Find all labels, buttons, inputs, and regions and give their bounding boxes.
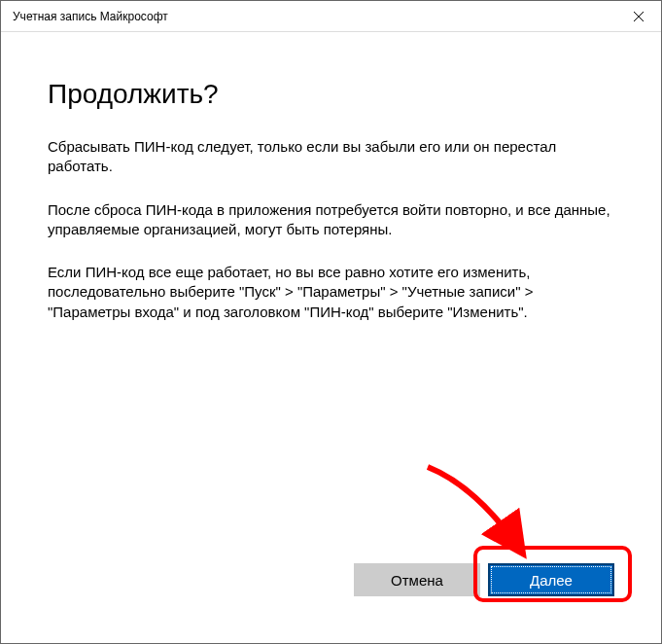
dialog-heading: Продолжить?	[48, 79, 614, 110]
close-icon	[634, 12, 644, 21]
close-button[interactable]	[616, 1, 661, 32]
dialog-window: Учетная запись Майкрософт Продолжить? Сб…	[0, 0, 662, 644]
titlebar: Учетная запись Майкрософт	[1, 1, 661, 32]
window-title: Учетная запись Майкрософт	[13, 10, 168, 23]
dialog-content: Продолжить? Сбрасывать ПИН-код следует, …	[1, 32, 661, 643]
dialog-paragraph-2: После сброса ПИН-кода в приложения потре…	[48, 200, 614, 240]
dialog-paragraph-3: Если ПИН-код все еще работает, но вы все…	[48, 263, 614, 322]
next-button[interactable]: Далее	[488, 563, 614, 596]
button-row: Отмена Далее	[48, 563, 614, 620]
cancel-button[interactable]: Отмена	[354, 563, 480, 596]
dialog-paragraph-1: Сбрасывать ПИН-код следует, только если …	[48, 137, 614, 177]
